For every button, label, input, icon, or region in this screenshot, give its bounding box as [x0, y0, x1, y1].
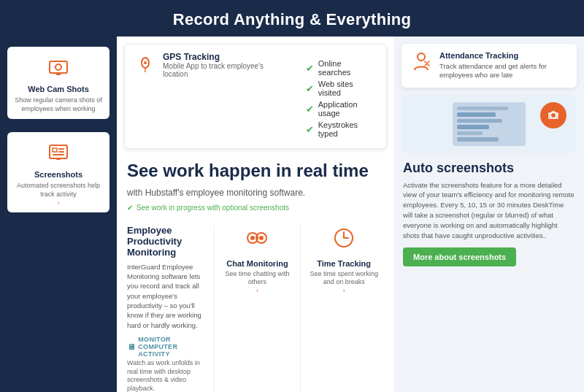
- gps-title: GPS Tracking: [163, 52, 269, 62]
- svg-point-13: [250, 236, 255, 240]
- check-icon-3: ✔: [306, 104, 314, 115]
- screen-bar-3: [457, 119, 502, 123]
- monitor-computer-icon: 🖥: [127, 342, 135, 351]
- left-column: Web Cam Shots Show regular camera shots …: [0, 36, 117, 392]
- checklist-area: ✔ Online searches ✔ Web sites visited ✔ …: [291, 52, 376, 141]
- svg-rect-5: [58, 148, 64, 150]
- svg-point-16: [418, 53, 425, 61]
- check-label-1: Online searches: [318, 59, 369, 77]
- time-tracking-card: Time Tracking See time spent working and…: [300, 225, 387, 392]
- check-label-3: Application usage: [318, 100, 369, 118]
- auto-screenshots-description: Activate the screenshots feature for a m…: [403, 180, 575, 241]
- attendance-card: Attendance Tracking Track attendance and…: [402, 44, 577, 88]
- mid-column: GPS Tracking Mobile App to track employe…: [117, 36, 394, 392]
- check-icon-2: ✔: [306, 83, 314, 94]
- chat-monitoring-card: Chat Monitoring See time chatting with o…: [214, 225, 301, 392]
- monitor-preview: [402, 95, 577, 153]
- svg-rect-4: [53, 148, 57, 152]
- gps-icon: [135, 53, 155, 78]
- webcam-title: Web Cam Shots: [28, 85, 89, 93]
- check-label-2: Web sites visited: [318, 80, 369, 97]
- chat-monitoring-link[interactable]: ›: [256, 287, 258, 294]
- monitor-computer-title: MONITOR COMPUTER ACTIVITY: [138, 336, 206, 358]
- screenshots-description: Automated screenshots help track activit…: [15, 182, 102, 199]
- check-item-4: ✔ Keystrokes typed: [306, 120, 369, 138]
- monitor-computer-desc: Watch as work unfolds in real time with …: [127, 359, 207, 392]
- screen-bar-1: [457, 107, 508, 111]
- see-work-check-icon: ✔: [127, 204, 133, 212]
- mid-bottom-grid: Employee Productivity Monitoring InterGu…: [117, 218, 394, 392]
- webcam-card: Web Cam Shots Show regular camera shots …: [7, 47, 110, 119]
- monitor-computer-item: 🖥 MONITOR COMPUTER ACTIVITY Watch as wor…: [127, 336, 207, 392]
- svg-rect-6: [58, 151, 64, 153]
- gps-banner: GPS Tracking Mobile App to track employe…: [124, 44, 387, 149]
- page-header: Record Anything & Everything: [0, 0, 584, 36]
- attendance-icon: [410, 51, 432, 77]
- check-label-4: Keystrokes typed: [318, 120, 369, 138]
- check-item-3: ✔ Application usage: [306, 100, 369, 118]
- auto-screenshots-section: Auto screenshots Activate the screenshot…: [394, 153, 584, 274]
- svg-rect-7: [53, 154, 64, 155]
- svg-point-10: [144, 61, 147, 64]
- check-icon-4: ✔: [306, 124, 314, 135]
- time-tracking-title: Time Tracking: [317, 259, 371, 268]
- svg-rect-0: [50, 61, 67, 73]
- webcam-description: Show regular camera shots of employees w…: [15, 96, 102, 113]
- emp-prod-title: Employee Productivity Monitoring: [127, 225, 207, 258]
- attendance-title: Attendance Tracking: [439, 51, 568, 60]
- hero-subtext: with Hubstaff's employee monitoring soft…: [127, 188, 384, 198]
- right-column: Attendance Tracking Track attendance and…: [394, 36, 584, 392]
- svg-point-14: [259, 236, 264, 240]
- hero-section: See work happen in real time with Hubsta…: [117, 149, 394, 218]
- hero-note: ✔ See work in progress with optional scr…: [127, 204, 384, 212]
- check-icon-1: ✔: [306, 63, 314, 74]
- employee-productivity-section: Employee Productivity Monitoring InterGu…: [127, 225, 214, 392]
- screenshot-icon: [45, 139, 72, 166]
- check-item-1: ✔ Online searches: [306, 59, 369, 77]
- screenshots-title: Screenshots: [34, 170, 82, 179]
- attendance-description: Track attendance and get alerts for empl…: [439, 62, 568, 80]
- emp-prod-description: InterGuard Employee Monitoring software …: [127, 262, 207, 330]
- gps-description: Mobile App to track employee's location: [163, 62, 269, 78]
- check-item-2: ✔ Web sites visited: [306, 80, 369, 97]
- svg-rect-8: [56, 158, 61, 160]
- screenshots-card: Screenshots Automated screenshots help t…: [7, 132, 110, 212]
- svg-point-1: [55, 64, 61, 70]
- hero-heading: See work happen in real time: [127, 161, 384, 182]
- chat-monitoring-description: See time chatting with others: [220, 270, 295, 287]
- screen-bar-6: [457, 137, 499, 142]
- screen-mockup: [453, 102, 526, 146]
- camera-overlay-icon: [540, 102, 566, 128]
- svg-rect-2: [56, 73, 61, 75]
- hero-note-text: See work in progress with optional scree…: [137, 204, 289, 212]
- time-tracking-link[interactable]: ›: [343, 287, 345, 294]
- screenshots-link[interactable]: ›: [58, 199, 60, 207]
- screen-bar-4: [457, 125, 489, 129]
- time-tracking-icon: [331, 225, 357, 256]
- chat-monitoring-title: Chat Monitoring: [226, 259, 288, 268]
- auto-screenshots-title: Auto screenshots: [403, 161, 575, 176]
- monitor-computer-title-row: 🖥 MONITOR COMPUTER ACTIVITY: [127, 336, 207, 358]
- more-screenshots-button[interactable]: More about screenshots: [403, 247, 516, 266]
- header-title: Record Anything & Everything: [173, 10, 412, 28]
- screen-bar-5: [457, 131, 483, 136]
- main-content: Web Cam Shots Show regular camera shots …: [0, 36, 584, 391]
- screen-bar-2: [457, 112, 496, 117]
- chat-icon: [244, 225, 270, 256]
- webcam-icon: [45, 54, 72, 80]
- time-tracking-description: See time spent working and on breaks: [307, 270, 381, 287]
